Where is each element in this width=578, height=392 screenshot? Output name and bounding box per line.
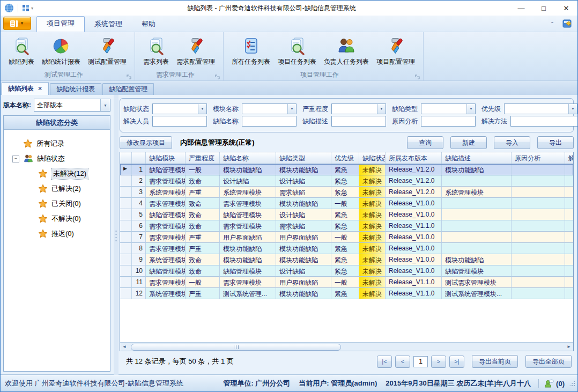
row-number-cell[interactable]: 2 (132, 175, 146, 187)
dialog-launcher-icon[interactable] (215, 73, 221, 79)
cell-version[interactable]: Release_V1.0.0 (386, 232, 442, 243)
row-number-cell[interactable]: 10 (132, 265, 146, 277)
row-number-cell[interactable]: 1 (132, 164, 146, 175)
原因分析-input[interactable] (421, 116, 476, 127)
table-row[interactable]: 9系统管理模块致命模块功能缺陷模块功能缺陷紧急未解决Release_V1.0.0… (120, 254, 573, 265)
cell-solution[interactable] (565, 288, 574, 299)
column-header-缺陷名称[interactable]: 缺陷名称 (220, 152, 276, 164)
cell-severity[interactable]: 致命 (186, 198, 220, 209)
cell-version[interactable]: Release_V1.0.0 (386, 198, 442, 209)
next-page-button[interactable]: > (431, 356, 446, 368)
ribbon-button-测试配置管理[interactable]: 测试配置管理 (84, 34, 130, 68)
table-row[interactable]: 2需求管理模块致命设计缺陷设计缺陷紧急未解决Release_V1.2.0 (120, 175, 573, 187)
ribbon-tab-1[interactable]: 项目管理 (36, 16, 85, 32)
cell-priority[interactable]: 一般 (331, 198, 359, 209)
cell-module[interactable]: 需求管理模块 (146, 232, 186, 243)
缺陷名称-input[interactable] (242, 116, 297, 127)
cell-desc[interactable] (442, 220, 512, 232)
cell-name[interactable]: 需求管理模块 (220, 198, 276, 209)
cell-solution[interactable] (565, 209, 574, 220)
新建-button[interactable]: 新建 (450, 136, 487, 149)
resize-grip[interactable] (569, 380, 575, 387)
cell-solution[interactable] (565, 198, 574, 209)
cell-module[interactable]: 系统管理模块 (146, 288, 186, 299)
cell-module[interactable]: 缺陷管理模块 (146, 164, 186, 175)
导出-button[interactable]: 导出 (537, 136, 574, 149)
cell-name[interactable]: 测试系统管理... (220, 288, 276, 299)
cell-severity[interactable]: 严重 (186, 187, 220, 198)
version-combo[interactable]: 全部版本 ▼ (34, 99, 110, 112)
缺陷类型-combo[interactable]: ▼ (421, 103, 476, 114)
table-row[interactable]: ▶1缺陷管理模块一般模块功能缺陷模块功能缺陷紧急未解决Release_V1.2.… (120, 164, 573, 175)
cell-priority[interactable]: 一般 (331, 277, 359, 288)
prev-page-button[interactable]: < (395, 356, 410, 368)
dialog-launcher-icon[interactable] (415, 73, 421, 79)
cell-type[interactable]: 模块功能缺陷 (276, 198, 331, 209)
cell-analysis[interactable] (512, 175, 565, 187)
row-selector-cell[interactable] (120, 220, 132, 232)
row-selector-cell[interactable] (120, 277, 132, 288)
close-tab-icon[interactable]: ✕ (38, 85, 42, 92)
cell-desc[interactable]: 模块功能缺陷 (442, 164, 512, 175)
row-number-cell[interactable]: 7 (132, 232, 146, 243)
scroll-right-icon[interactable]: ► (565, 344, 573, 349)
查询-button[interactable]: 查询 (407, 136, 443, 149)
cell-type[interactable]: 模块功能缺陷 (276, 243, 331, 254)
cell-version[interactable]: Release_V1.0.0 (386, 265, 442, 277)
cell-name[interactable]: 模块功能缺陷 (220, 243, 276, 254)
row-number-cell[interactable]: 3 (132, 187, 146, 198)
cell-status[interactable]: 未解决 (359, 232, 386, 243)
maximize-button[interactable]: □ (532, 1, 555, 16)
cell-version[interactable]: Release_V1.2.0 (386, 175, 442, 187)
cell-solution[interactable] (565, 265, 574, 277)
cell-version[interactable]: Release_V1.0.0 (386, 243, 442, 254)
cell-solution[interactable] (565, 277, 574, 288)
cell-analysis[interactable] (512, 220, 565, 232)
ribbon-button-缺陷统计报表[interactable]: 缺陷统计报表 (38, 34, 84, 68)
help-about-icon[interactable] (562, 18, 573, 29)
cell-module[interactable]: 系统管理模块 (146, 254, 186, 265)
chevron-down-icon[interactable]: ▼ (568, 104, 577, 114)
cell-name[interactable]: 需求管理模块 (220, 220, 276, 232)
cell-module[interactable]: 需求管理模块 (146, 243, 186, 254)
cell-type[interactable]: 设计缺陷 (276, 175, 331, 187)
cell-version[interactable]: Release_V1.1.0 (386, 288, 442, 299)
cell-severity[interactable]: 致命 (186, 175, 220, 187)
tree-collapse-icon[interactable]: − (12, 156, 19, 162)
cell-status[interactable]: 未解决 (359, 254, 386, 265)
row-number-cell[interactable]: 6 (132, 220, 146, 232)
cell-severity[interactable]: 严重 (186, 243, 220, 254)
row-selector-cell[interactable] (120, 265, 132, 277)
cell-analysis[interactable] (512, 243, 565, 254)
cell-version[interactable]: Release_V1.0.0 (386, 254, 442, 265)
优先级-combo[interactable]: ▼ (504, 103, 577, 114)
ribbon-tab-3[interactable]: 帮助 (132, 17, 165, 32)
cell-module[interactable]: 系统管理模块 (146, 187, 186, 198)
column-header-原因分析[interactable]: 原因分析 (512, 152, 565, 164)
cell-solution[interactable] (565, 175, 574, 187)
cell-desc[interactable]: 模块功能缺陷 (442, 254, 512, 265)
row-selector-cell[interactable] (120, 254, 132, 265)
cell-desc[interactable]: 测试系统管理模块... (442, 288, 512, 299)
messages-person-icon[interactable] (544, 379, 554, 388)
cell-desc[interactable]: 缺陷管理模块 (442, 265, 512, 277)
row-selector-cell[interactable] (120, 232, 132, 243)
scroll-left-icon[interactable]: ◄ (120, 344, 129, 349)
last-page-button[interactable]: >| (449, 356, 464, 368)
column-header-缺陷类型[interactable]: 缺陷类型 (276, 152, 331, 164)
cell-solution[interactable] (565, 254, 574, 265)
cell-version[interactable]: Release_V1.0.0 (386, 209, 442, 220)
cell-name[interactable]: 缺陷管理模块 (220, 265, 276, 277)
cell-severity[interactable]: 严重 (186, 288, 220, 299)
解决人员-input[interactable] (152, 116, 207, 127)
cell-status[interactable]: 未解决 (359, 198, 386, 209)
cell-desc[interactable] (442, 232, 512, 243)
chevron-down-icon[interactable]: ▼ (100, 99, 110, 111)
splitter-handle[interactable] (114, 95, 118, 375)
cell-analysis[interactable] (512, 209, 565, 220)
application-menu-button[interactable]: ▼ (3, 17, 31, 30)
cell-solution[interactable] (565, 164, 574, 175)
cell-status[interactable]: 未解决 (359, 175, 386, 187)
cell-name[interactable]: 模块功能缺陷 (220, 254, 276, 265)
缺陷描述-input[interactable] (331, 116, 386, 127)
